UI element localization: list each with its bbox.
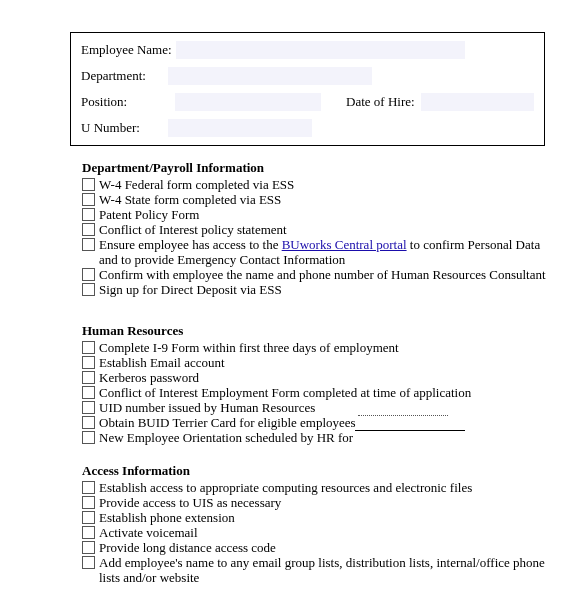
employee-name-label: Employee Name:: [81, 42, 176, 58]
fill-line: [358, 415, 448, 416]
text-part: Ensure employee has access to the: [99, 237, 282, 252]
item-continuation: and to provide Emergency Contact Informa…: [99, 252, 562, 267]
header-box: Employee Name: Department: Position: Dat…: [70, 32, 545, 146]
payroll-title: Department/Payroll Information: [82, 160, 562, 176]
checklist-item: Confirm with employee the name and phone…: [82, 267, 562, 282]
item-text: Provide access to UIS as necessary: [99, 495, 281, 510]
item-text: Provide long distance access code: [99, 540, 276, 555]
checklist-item: Activate voicemail: [82, 525, 562, 540]
checkbox[interactable]: [82, 401, 95, 414]
date-of-hire-input[interactable]: [421, 93, 534, 111]
checklist-item: Complete I-9 Form within first three day…: [82, 340, 562, 355]
employee-name-row: Employee Name:: [81, 41, 534, 59]
u-number-input[interactable]: [168, 119, 312, 137]
checkbox[interactable]: [82, 431, 95, 444]
checkbox[interactable]: [82, 193, 95, 206]
checklist-item: Sign up for Direct Deposit via ESS: [82, 282, 562, 297]
text-part: to confirm Personal Data: [407, 237, 541, 252]
item-text: Conflict of Interest policy statement: [99, 222, 287, 237]
item-text: UID number issued by Human Resources: [99, 400, 315, 415]
checklist-item: Establish phone extension: [82, 510, 562, 525]
access-title: Access Information: [82, 463, 562, 479]
checklist-item: W-4 State form completed via ESS: [82, 192, 562, 207]
item-text: Activate voicemail: [99, 525, 198, 540]
item-text: W-4 State form completed via ESS: [99, 192, 281, 207]
checklist-item: UID number issued by Human Resources: [82, 400, 562, 415]
checklist-item: W-4 Federal form completed via ESS: [82, 177, 562, 192]
checkbox[interactable]: [82, 481, 95, 494]
item-text: Establish phone extension: [99, 510, 235, 525]
item-text: Patent Policy Form: [99, 207, 199, 222]
checkbox[interactable]: [82, 386, 95, 399]
item-text: Sign up for Direct Deposit via ESS: [99, 282, 282, 297]
checkbox[interactable]: [82, 341, 95, 354]
date-of-hire-label: Date of Hire:: [346, 94, 419, 110]
form-page: Employee Name: Department: Position: Dat…: [0, 0, 585, 615]
hr-title: Human Resources: [82, 323, 562, 339]
u-number-row: U Number:: [81, 119, 534, 137]
item-text: Establish access to appropriate computin…: [99, 480, 472, 495]
checklist-item: Provide access to UIS as necessary: [82, 495, 562, 510]
buworks-link[interactable]: BUworks Central portal: [282, 237, 407, 252]
checklist-item: Obtain BUID Terrier Card for eligible em…: [82, 415, 562, 430]
checklist-item: Ensure employee has access to the BUwork…: [82, 237, 562, 252]
department-row: Department:: [81, 67, 534, 85]
item-text: Ensure employee has access to the BUwork…: [99, 237, 540, 252]
u-number-label: U Number:: [81, 120, 144, 136]
item-text: New Employee Orientation scheduled by HR…: [99, 430, 353, 445]
checkbox[interactable]: [82, 238, 95, 251]
checklist-item: Conflict of Interest policy statement: [82, 222, 562, 237]
item-text: Establish Email account: [99, 355, 225, 370]
checklist-item: Establish Email account: [82, 355, 562, 370]
hr-section: Human Resources Complete I-9 Form within…: [82, 323, 562, 445]
item-text: Confirm with employee the name and phone…: [99, 267, 546, 282]
position-input[interactable]: [175, 93, 320, 111]
checkbox[interactable]: [82, 268, 95, 281]
checklist-item: Add employee's name to any email group l…: [82, 555, 562, 570]
department-input[interactable]: [168, 67, 372, 85]
checkbox[interactable]: [82, 356, 95, 369]
employee-name-input[interactable]: [176, 41, 465, 59]
access-section: Access Information Establish access to a…: [82, 463, 562, 585]
checklist-item: Conflict of Interest Employment Form com…: [82, 385, 562, 400]
checklist-item: Kerberos password: [82, 370, 562, 385]
item-text: Obtain BUID Terrier Card for eligible em…: [99, 415, 356, 430]
checklist-item: New Employee Orientation scheduled by HR…: [82, 430, 562, 445]
item-text: W-4 Federal form completed via ESS: [99, 177, 294, 192]
checkbox[interactable]: [82, 283, 95, 296]
item-text: Conflict of Interest Employment Form com…: [99, 385, 471, 400]
checkbox[interactable]: [82, 511, 95, 524]
item-text: Add employee's name to any email group l…: [99, 555, 545, 570]
checklist-item: Establish access to appropriate computin…: [82, 480, 562, 495]
item-text: Complete I-9 Form within first three day…: [99, 340, 399, 355]
checklist-item: Provide long distance access code: [82, 540, 562, 555]
checkbox[interactable]: [82, 416, 95, 429]
item-continuation: lists and/or website: [99, 570, 562, 585]
checkbox[interactable]: [82, 541, 95, 554]
department-label: Department:: [81, 68, 150, 84]
checkbox[interactable]: [82, 556, 95, 569]
orientation-date-line[interactable]: [355, 430, 465, 431]
checkbox[interactable]: [82, 178, 95, 191]
checkbox[interactable]: [82, 223, 95, 236]
checkbox[interactable]: [82, 496, 95, 509]
position-hire-row: Position: Date of Hire:: [81, 93, 534, 111]
item-text: Kerberos password: [99, 370, 199, 385]
checkbox[interactable]: [82, 208, 95, 221]
checklist-item: Patent Policy Form: [82, 207, 562, 222]
position-label: Position:: [81, 94, 131, 110]
payroll-section: Department/Payroll Information W-4 Feder…: [82, 160, 562, 297]
checkbox[interactable]: [82, 371, 95, 384]
checkbox[interactable]: [82, 526, 95, 539]
